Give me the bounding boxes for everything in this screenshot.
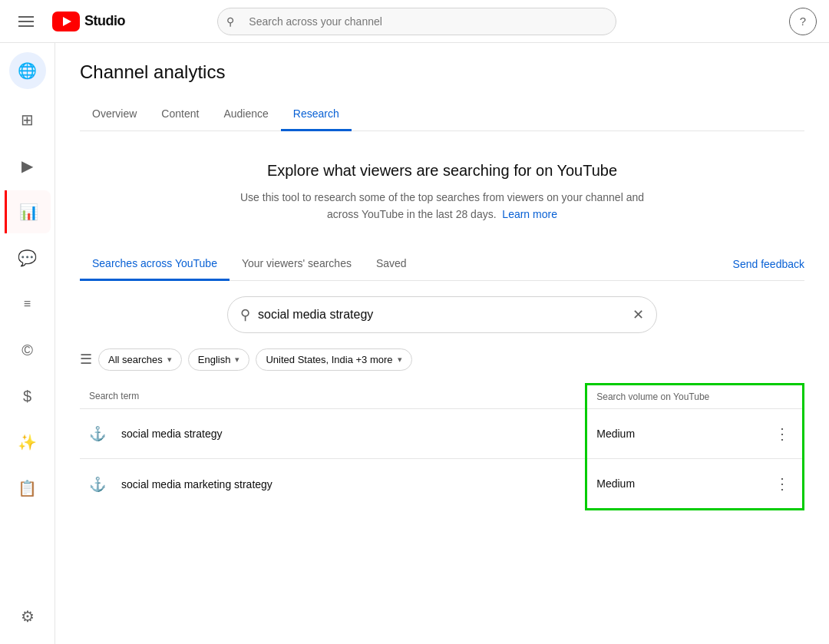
filters-row: ☰ All searches ▾ English ▾ United States…: [80, 348, 804, 371]
search-tab-youtube[interactable]: Searches across YouTube: [80, 248, 230, 281]
analytics-icon: 📊: [19, 203, 38, 221]
play-icon: ▶: [21, 157, 33, 175]
copyright-icon: ©: [21, 342, 33, 359]
volume-cell-1: Medium ⋮: [586, 408, 804, 458]
search-input-icon: ⚲: [240, 306, 250, 323]
tab-overview[interactable]: Overview: [80, 98, 149, 131]
filter-language-label: English: [198, 354, 231, 365]
filter-all-searches-label: All searches: [108, 354, 163, 365]
sidebar-item-copyright[interactable]: ©: [5, 329, 51, 372]
hero-section: Explore what viewers are searching for o…: [80, 131, 804, 242]
volume-value-2: Medium: [596, 477, 635, 490]
tab-research[interactable]: Research: [281, 98, 352, 131]
youtube-logo-icon: [52, 12, 80, 31]
sidebar-item-dashboard[interactable]: 🌐: [9, 52, 46, 89]
search-term-label-2: social media marketing strategy: [121, 478, 272, 490]
sidebar-item-earn[interactable]: $: [5, 375, 51, 418]
sidebar-item-videos[interactable]: ▶: [5, 144, 51, 187]
search-icon: ⚲: [226, 15, 234, 28]
hamburger-button[interactable]: [12, 10, 40, 33]
tab-content[interactable]: Content: [149, 98, 211, 131]
filter-language[interactable]: English ▾: [188, 348, 250, 371]
search-tabs: Searches across YouTube Your viewers' se…: [80, 248, 804, 281]
search-tab-viewers[interactable]: Your viewers' searches: [230, 248, 364, 281]
hero-title: Explore what viewers are searching for o…: [95, 162, 789, 180]
earn-icon: $: [23, 388, 31, 405]
results-table: Search term Search volume on YouTube ⚓ s…: [80, 383, 804, 510]
sidebar-item-content[interactable]: ⊞: [5, 98, 51, 141]
chevron-down-icon-3: ▾: [398, 355, 402, 365]
studio-label: Studio: [84, 13, 125, 29]
subtitles-icon: ≡: [24, 297, 31, 311]
chevron-down-icon-2: ▾: [235, 355, 239, 365]
hero-description: Use this tool to research some of the to…: [235, 189, 649, 223]
main-tabs: Overview Content Audience Research: [80, 98, 804, 131]
sidebar-item-analytics[interactable]: 📊: [5, 190, 51, 233]
global-search: ⚲: [217, 8, 616, 35]
clear-button[interactable]: ✕: [632, 306, 644, 323]
logo[interactable]: Studio: [52, 12, 125, 31]
chevron-down-icon: ▾: [167, 355, 172, 365]
search-input-wrap: ⚲ ✕: [227, 296, 657, 333]
library-icon: 📋: [18, 479, 37, 497]
filter-location[interactable]: United States, India +3 more ▾: [256, 348, 411, 371]
term-cell-1: ⚓ social media strategy: [80, 408, 586, 458]
sidebar-item-library[interactable]: 📋: [5, 467, 51, 510]
sidebar-item-customize[interactable]: ✨: [5, 421, 51, 464]
globe-icon: 🌐: [18, 61, 37, 80]
col-header-term: Search term: [80, 384, 586, 408]
more-options-button-1[interactable]: ⋮: [771, 421, 793, 446]
search-term-label-1: social media strategy: [121, 428, 223, 440]
more-options-button-2[interactable]: ⋮: [771, 471, 793, 496]
top-bar: Studio ⚲ ?: [0, 0, 829, 43]
search-input[interactable]: [258, 308, 625, 322]
global-search-input[interactable]: [217, 8, 616, 35]
learn-more-link[interactable]: Learn more: [502, 208, 557, 220]
term-cell-2: ⚓ social media marketing strategy: [80, 458, 586, 509]
filter-icon: ☰: [80, 351, 92, 368]
table-row: ⚓ social media marketing strategy Medium…: [80, 458, 804, 509]
help-button[interactable]: ?: [789, 8, 817, 35]
col-header-volume: Search volume on YouTube: [586, 384, 804, 408]
settings-icon: ⚙: [21, 607, 35, 626]
sidebar-item-settings[interactable]: ⚙: [5, 595, 51, 638]
sidebar: 🌐 ⊞ ▶ 📊 💬 ≡ © $ ✨: [0, 43, 55, 644]
grid-icon: ⊞: [21, 111, 34, 129]
filter-location-label: United States, India +3 more: [266, 354, 392, 365]
sidebar-item-comments[interactable]: 💬: [5, 236, 51, 279]
tab-audience[interactable]: Audience: [211, 98, 280, 131]
volume-value-1: Medium: [596, 428, 635, 440]
main-content: Channel analytics Overview Content Audie…: [55, 43, 829, 644]
bookmark-button-2[interactable]: ⚓: [89, 476, 106, 493]
bookmark-button-1[interactable]: ⚓: [89, 425, 106, 442]
sidebar-item-subtitles[interactable]: ≡: [5, 282, 51, 325]
customize-icon: ✨: [18, 433, 37, 451]
hero-desc-text: Use this tool to research some of the to…: [240, 191, 644, 220]
filter-all-searches[interactable]: All searches ▾: [98, 348, 182, 371]
search-tab-saved[interactable]: Saved: [364, 248, 419, 281]
send-feedback-link[interactable]: Send feedback: [733, 249, 804, 279]
page-title: Channel analytics: [80, 61, 804, 83]
volume-cell-2: Medium ⋮: [586, 458, 804, 509]
comments-icon: 💬: [18, 249, 37, 267]
table-row: ⚓ social media strategy Medium ⋮: [80, 408, 804, 458]
